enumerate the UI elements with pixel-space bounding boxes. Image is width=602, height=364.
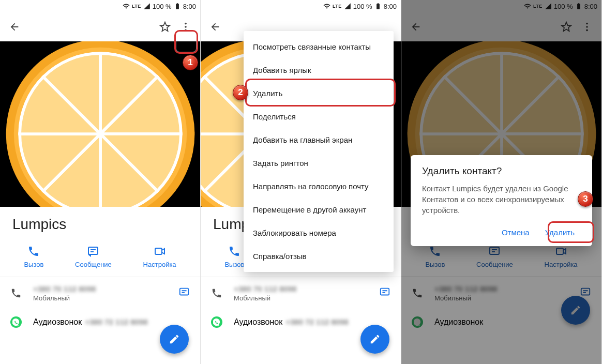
app-bar xyxy=(0,12,200,41)
svg-point-2 xyxy=(185,29,187,32)
battery-icon xyxy=(174,3,181,10)
menu-set-ringtone[interactable]: Задать рингтон xyxy=(244,151,394,175)
svg-point-1 xyxy=(185,26,187,28)
back-button[interactable] xyxy=(205,17,225,37)
message-label: Сообщение xyxy=(75,261,112,268)
battery-icon xyxy=(374,3,382,10)
battery-percent: 100 % xyxy=(153,3,172,10)
dialog-body: Контакт Lumpics будет удален из Google К… xyxy=(422,183,581,216)
badge-3: 3 xyxy=(578,191,593,207)
menu-block[interactable]: Заблокировать номера xyxy=(244,221,394,245)
message-icon[interactable] xyxy=(178,286,190,300)
video-action[interactable]: Настройка xyxy=(143,245,176,268)
actions-row: Вызов Сообщение Настройка xyxy=(0,241,200,277)
whatsapp-number-blurred: +380 72 112 8098 xyxy=(85,317,147,326)
back-button[interactable] xyxy=(4,17,25,37)
menu-add-label[interactable]: Добавить ярлык xyxy=(244,58,394,82)
phone-icon xyxy=(10,287,23,299)
star-button[interactable] xyxy=(155,17,175,37)
menu-delete[interactable]: Удалить xyxy=(244,82,394,105)
svg-rect-12 xyxy=(381,289,389,295)
call-action[interactable]: Вызов xyxy=(224,245,244,268)
menu-share[interactable]: Поделиться xyxy=(244,105,394,128)
svg-rect-6 xyxy=(155,248,162,254)
video-label: Настройка xyxy=(143,261,176,268)
wifi-icon xyxy=(123,3,130,10)
phone-row[interactable]: +380 70 112 8098 Мобильный xyxy=(0,277,200,309)
overflow-menu: Посмотреть связанные контакты Добавить я… xyxy=(244,31,394,272)
screen-2-dropdown: LTE 100 % 8:00 Lumpics Вызов Сообщение Н… xyxy=(201,0,401,364)
status-bar: LTE 100 % 8:00 xyxy=(201,0,401,12)
delete-dialog: Удалить контакт? Контакт Lumpics будет у… xyxy=(411,155,592,246)
dialog-confirm-button[interactable]: Удалить xyxy=(539,224,581,241)
screen-3-dialog: LTE 100 % 8:00 Lumpics Вызов Сообщение Н… xyxy=(401,0,602,364)
contact-name: Lumpics xyxy=(0,207,200,241)
phone-number-blurred: +380 70 112 8098 xyxy=(33,284,168,293)
edit-fab[interactable] xyxy=(160,325,189,354)
dialog-title: Удалить контакт? xyxy=(422,165,581,177)
svg-point-0 xyxy=(185,23,187,25)
call-action[interactable]: Вызов xyxy=(24,245,43,268)
contact-photo xyxy=(0,41,200,207)
phone-row[interactable]: +380 70 112 8098Мобильный xyxy=(201,277,401,309)
svg-rect-5 xyxy=(88,247,98,254)
menu-add-homescreen[interactable]: Добавить на главный экран xyxy=(244,128,394,151)
dialog-cancel-button[interactable]: Отмена xyxy=(495,224,536,241)
signal-icon xyxy=(143,3,151,10)
menu-move-account[interactable]: Перемещение в другой аккаунт xyxy=(244,198,394,221)
menu-help[interactable]: Справка/отзыв xyxy=(244,245,394,268)
message-action[interactable]: Сообщение xyxy=(75,245,112,268)
edit-fab[interactable] xyxy=(360,325,389,354)
whatsapp-icon xyxy=(10,316,22,328)
lte-label: LTE xyxy=(132,4,141,9)
badge-2: 2 xyxy=(233,85,248,100)
badge-1: 1 xyxy=(183,55,198,70)
call-label: Вызов xyxy=(24,261,43,268)
more-button[interactable] xyxy=(175,17,196,37)
clock-time: 8:00 xyxy=(183,3,196,10)
message-icon[interactable] xyxy=(379,286,390,300)
svg-rect-7 xyxy=(180,289,189,295)
signal-icon xyxy=(344,3,351,10)
menu-linked-contacts[interactable]: Посмотреть связанные контакты xyxy=(244,35,394,58)
menu-route-voicemail[interactable]: Направлять на голосовую почту xyxy=(244,175,394,198)
screen-1-contact-detail: LTE 100 % 8:00 xyxy=(0,0,201,364)
wifi-icon xyxy=(323,3,330,10)
status-bar: LTE 100 % 8:00 xyxy=(0,0,200,12)
audiocall-label: Аудиозвонок xyxy=(33,317,82,327)
phone-type-label: Мобильный xyxy=(33,294,168,302)
